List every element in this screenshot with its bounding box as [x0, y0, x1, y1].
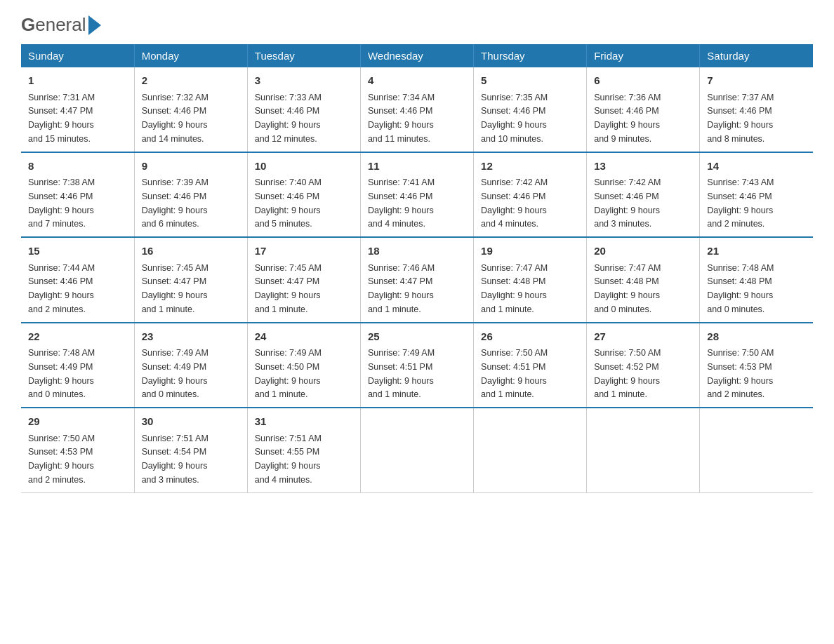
calendar-cell: 3Sunrise: 7:33 AMSunset: 4:46 PMDaylight…	[247, 67, 360, 152]
logo-eneral: eneral	[35, 14, 86, 36]
day-info: Sunrise: 7:51 AMSunset: 4:54 PMDaylight:…	[142, 434, 208, 485]
day-info: Sunrise: 7:49 AMSunset: 4:50 PMDaylight:…	[255, 348, 322, 399]
day-number: 13	[594, 159, 692, 175]
col-sunday: Sunday	[21, 44, 134, 67]
calendar-cell: 21Sunrise: 7:48 AMSunset: 4:48 PMDayligh…	[700, 237, 813, 323]
day-number: 9	[142, 159, 240, 175]
calendar-cell: 30Sunrise: 7:51 AMSunset: 4:54 PMDayligh…	[134, 408, 247, 492]
day-number: 23	[142, 329, 240, 345]
calendar-cell: 18Sunrise: 7:46 AMSunset: 4:47 PMDayligh…	[360, 237, 473, 323]
header-row: Sunday Monday Tuesday Wednesday Thursday…	[21, 44, 813, 67]
day-info: Sunrise: 7:32 AMSunset: 4:46 PMDaylight:…	[142, 93, 208, 144]
day-info: Sunrise: 7:35 AMSunset: 4:46 PMDaylight:…	[481, 93, 548, 144]
calendar-cell: 17Sunrise: 7:45 AMSunset: 4:47 PMDayligh…	[247, 237, 360, 323]
day-info: Sunrise: 7:42 AMSunset: 4:46 PMDaylight:…	[481, 177, 548, 229]
calendar-cell: 16Sunrise: 7:45 AMSunset: 4:47 PMDayligh…	[134, 237, 247, 323]
day-info: Sunrise: 7:45 AMSunset: 4:47 PMDaylight:…	[255, 263, 322, 314]
calendar-cell: 26Sunrise: 7:50 AMSunset: 4:51 PMDayligh…	[474, 323, 587, 408]
day-number: 20	[594, 243, 692, 260]
day-info: Sunrise: 7:50 AMSunset: 4:51 PMDaylight:…	[481, 348, 548, 399]
calendar-table: Sunday Monday Tuesday Wednesday Thursday…	[21, 44, 813, 493]
col-friday: Friday	[587, 44, 700, 67]
calendar-cell: 7Sunrise: 7:37 AMSunset: 4:46 PMDaylight…	[700, 67, 813, 152]
calendar-cell: 24Sunrise: 7:49 AMSunset: 4:50 PMDayligh…	[247, 323, 360, 408]
calendar-cell	[474, 408, 587, 492]
day-info: Sunrise: 7:42 AMSunset: 4:46 PMDaylight:…	[594, 177, 661, 229]
calendar-cell: 11Sunrise: 7:41 AMSunset: 4:46 PMDayligh…	[360, 152, 473, 238]
day-info: Sunrise: 7:48 AMSunset: 4:48 PMDaylight:…	[707, 263, 774, 314]
col-saturday: Saturday	[700, 44, 813, 67]
calendar-cell	[587, 408, 700, 492]
logo: G eneral	[21, 14, 103, 32]
week-row-1: 1Sunrise: 7:31 AMSunset: 4:47 PMDaylight…	[21, 67, 813, 152]
day-info: Sunrise: 7:37 AMSunset: 4:46 PMDaylight:…	[707, 93, 774, 144]
logo-g: G	[21, 14, 35, 36]
day-info: Sunrise: 7:50 AMSunset: 4:52 PMDaylight:…	[594, 348, 661, 399]
day-number: 15	[28, 243, 127, 260]
day-info: Sunrise: 7:44 AMSunset: 4:46 PMDaylight:…	[28, 263, 95, 314]
day-info: Sunrise: 7:38 AMSunset: 4:46 PMDaylight:…	[28, 177, 95, 229]
day-info: Sunrise: 7:36 AMSunset: 4:46 PMDaylight:…	[594, 93, 661, 144]
day-info: Sunrise: 7:31 AMSunset: 4:47 PMDaylight:…	[28, 93, 95, 144]
calendar-cell: 1Sunrise: 7:31 AMSunset: 4:47 PMDaylight…	[21, 67, 134, 152]
calendar-cell: 20Sunrise: 7:47 AMSunset: 4:48 PMDayligh…	[587, 237, 700, 323]
day-number: 1	[28, 73, 127, 89]
day-number: 25	[368, 329, 466, 345]
calendar-cell	[360, 408, 473, 492]
page-header: G eneral	[21, 14, 813, 32]
day-info: Sunrise: 7:33 AMSunset: 4:46 PMDaylight:…	[255, 93, 322, 144]
day-number: 12	[481, 159, 579, 175]
day-number: 7	[707, 73, 806, 89]
day-info: Sunrise: 7:49 AMSunset: 4:49 PMDaylight:…	[142, 348, 208, 399]
day-info: Sunrise: 7:47 AMSunset: 4:48 PMDaylight:…	[481, 263, 548, 314]
day-info: Sunrise: 7:43 AMSunset: 4:46 PMDaylight:…	[707, 177, 774, 229]
calendar-cell: 23Sunrise: 7:49 AMSunset: 4:49 PMDayligh…	[134, 323, 247, 408]
day-number: 22	[28, 329, 127, 345]
calendar-cell: 29Sunrise: 7:50 AMSunset: 4:53 PMDayligh…	[21, 408, 134, 492]
calendar-cell: 31Sunrise: 7:51 AMSunset: 4:55 PMDayligh…	[247, 408, 360, 492]
day-info: Sunrise: 7:47 AMSunset: 4:48 PMDaylight:…	[594, 263, 661, 314]
calendar-cell: 10Sunrise: 7:40 AMSunset: 4:46 PMDayligh…	[247, 152, 360, 238]
week-row-4: 22Sunrise: 7:48 AMSunset: 4:49 PMDayligh…	[21, 323, 813, 408]
day-number: 30	[142, 414, 240, 430]
logo-line1: G eneral	[21, 14, 103, 36]
day-info: Sunrise: 7:34 AMSunset: 4:46 PMDaylight:…	[368, 93, 435, 144]
calendar-cell: 25Sunrise: 7:49 AMSunset: 4:51 PMDayligh…	[360, 323, 473, 408]
day-number: 28	[707, 329, 806, 345]
calendar-cell: 27Sunrise: 7:50 AMSunset: 4:52 PMDayligh…	[587, 323, 700, 408]
day-info: Sunrise: 7:45 AMSunset: 4:47 PMDaylight:…	[142, 263, 208, 314]
day-number: 17	[255, 243, 353, 260]
day-number: 14	[707, 159, 806, 175]
calendar-cell: 14Sunrise: 7:43 AMSunset: 4:46 PMDayligh…	[700, 152, 813, 238]
day-number: 10	[255, 159, 353, 175]
day-number: 29	[28, 414, 127, 430]
week-row-3: 15Sunrise: 7:44 AMSunset: 4:46 PMDayligh…	[21, 237, 813, 323]
day-number: 24	[255, 329, 353, 345]
day-info: Sunrise: 7:51 AMSunset: 4:55 PMDaylight:…	[255, 434, 322, 485]
day-number: 11	[368, 159, 466, 175]
day-number: 2	[142, 73, 240, 89]
calendar-cell: 22Sunrise: 7:48 AMSunset: 4:49 PMDayligh…	[21, 323, 134, 408]
calendar-body: 1Sunrise: 7:31 AMSunset: 4:47 PMDaylight…	[21, 67, 813, 492]
day-info: Sunrise: 7:50 AMSunset: 4:53 PMDaylight:…	[707, 348, 774, 399]
day-info: Sunrise: 7:41 AMSunset: 4:46 PMDaylight:…	[368, 177, 435, 229]
day-number: 6	[594, 73, 692, 89]
calendar-cell: 2Sunrise: 7:32 AMSunset: 4:46 PMDaylight…	[134, 67, 247, 152]
day-info: Sunrise: 7:46 AMSunset: 4:47 PMDaylight:…	[368, 263, 435, 314]
day-info: Sunrise: 7:39 AMSunset: 4:46 PMDaylight:…	[142, 177, 208, 229]
day-number: 5	[481, 73, 579, 89]
col-monday: Monday	[134, 44, 247, 67]
calendar-cell: 5Sunrise: 7:35 AMSunset: 4:46 PMDaylight…	[474, 67, 587, 152]
day-number: 21	[707, 243, 806, 260]
calendar-cell	[700, 408, 813, 492]
col-wednesday: Wednesday	[360, 44, 473, 67]
week-row-5: 29Sunrise: 7:50 AMSunset: 4:53 PMDayligh…	[21, 408, 813, 492]
day-number: 19	[481, 243, 579, 260]
calendar-cell: 28Sunrise: 7:50 AMSunset: 4:53 PMDayligh…	[700, 323, 813, 408]
day-info: Sunrise: 7:48 AMSunset: 4:49 PMDaylight:…	[28, 348, 95, 399]
day-number: 16	[142, 243, 240, 260]
week-row-2: 8Sunrise: 7:38 AMSunset: 4:46 PMDaylight…	[21, 152, 813, 238]
calendar-cell: 8Sunrise: 7:38 AMSunset: 4:46 PMDaylight…	[21, 152, 134, 238]
day-info: Sunrise: 7:49 AMSunset: 4:51 PMDaylight:…	[368, 348, 435, 399]
calendar-cell: 19Sunrise: 7:47 AMSunset: 4:48 PMDayligh…	[474, 237, 587, 323]
